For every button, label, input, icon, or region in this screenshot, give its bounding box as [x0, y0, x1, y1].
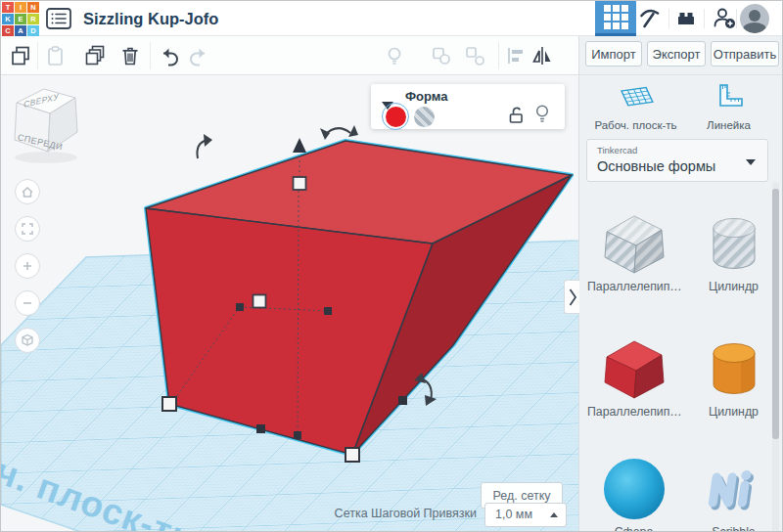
user-avatar[interactable]	[740, 4, 769, 33]
striped-box-icon	[597, 204, 671, 279]
chevron-right-icon	[568, 287, 577, 308]
invite-person-icon[interactable]	[712, 5, 738, 31]
edge-scale-handle	[398, 396, 407, 405]
sidebar-collapse-handle[interactable]	[564, 280, 579, 314]
ruler-tool[interactable]: Линейка	[682, 81, 775, 131]
header-separator	[704, 9, 705, 28]
export-button[interactable]: Экспорт	[647, 41, 706, 66]
logo-cell: I	[15, 2, 26, 13]
library-brand: Tinkercad	[597, 145, 637, 155]
blue-sphere-icon	[597, 450, 671, 524]
shape-label: Цилиндр	[687, 405, 780, 419]
tinkercad-window: T I N K E R C A D Sizzling Kup-Jofo	[0, 0, 783, 532]
ruler-tool-icon	[713, 81, 746, 112]
lego-brick-icon[interactable]	[674, 6, 698, 31]
color-swatch-selected[interactable]	[382, 103, 409, 130]
grid-icon	[604, 5, 628, 29]
fit-view-icon	[20, 221, 35, 237]
home-view-button[interactable]	[15, 179, 40, 204]
header-separator	[736, 9, 737, 28]
main-toolbar	[1, 36, 578, 75]
active-tab-indicator	[595, 33, 636, 36]
logo-cell: R	[27, 14, 39, 24]
panel-title: Форма	[405, 89, 447, 104]
scribble-icon	[697, 450, 771, 524]
group-icon-disabled[interactable]	[430, 44, 453, 67]
logo-cell: D	[27, 25, 39, 36]
toolbar-separator	[37, 42, 38, 69]
scale-z-handle	[294, 177, 306, 190]
minus-icon	[20, 295, 35, 311]
undo-icon[interactable]	[156, 44, 179, 67]
paste-icon-disabled[interactable]	[43, 44, 67, 67]
logo-cell: E	[15, 14, 26, 24]
scrollbar-thumb[interactable]	[772, 189, 779, 439]
library-selected: Основные формы	[597, 158, 715, 174]
redo-icon-disabled[interactable]	[189, 44, 212, 67]
caret-up-icon	[550, 512, 558, 517]
zoom-in-button[interactable]	[15, 253, 40, 279]
perspective-toggle-button[interactable]	[15, 328, 40, 353]
shape-tile-box-hole[interactable]: Параллелепип…	[587, 204, 680, 306]
ungroup-icon-disabled[interactable]	[463, 44, 486, 67]
send-button[interactable]: Отправить	[711, 41, 779, 66]
shape-label: Цилиндр	[687, 280, 780, 293]
shape-tile-sphere[interactable]: Сфера	[587, 450, 680, 532]
red-box-icon	[597, 330, 671, 404]
unlock-icon[interactable]	[508, 106, 525, 125]
mirror-flip-icon[interactable]	[530, 44, 554, 67]
dashboard-grid-button[interactable]	[595, 1, 636, 33]
shape-library-select[interactable]: Tinkercad Основные формы	[586, 139, 768, 182]
show-all-bulb-icon-disabled[interactable]	[383, 44, 406, 67]
shape-tile-cylinder[interactable]: Цилиндр	[687, 330, 780, 431]
corner-scale-handle	[162, 397, 176, 411]
snap-grid-label: Сетка Шаговой Привязки	[324, 507, 477, 520]
toolbar-separator	[150, 42, 151, 69]
edge-scale-handle	[256, 424, 265, 433]
delete-trash-icon[interactable]	[118, 44, 142, 67]
zoom-out-button[interactable]	[15, 290, 40, 316]
3d-viewport[interactable]: ч. плоск-ть СВЕРХУ СПЕРЕДИ	[1, 75, 578, 532]
align-icon-disabled[interactable]	[504, 44, 528, 67]
transparent-swatch[interactable]	[414, 107, 435, 127]
shape-label: Scribble	[687, 525, 780, 532]
right-sidebar: Импорт Экспорт Отправить Рабоч. плоск-ть…	[578, 36, 783, 532]
tinkercad-logo[interactable]: T I N K E R C A D	[1, 1, 38, 36]
avatar-silhouette	[749, 10, 760, 22]
logo-cell: T	[2, 2, 14, 13]
workplane-tool[interactable]: Рабоч. плоск-ть	[589, 81, 682, 131]
shape-tile-cylinder-hole[interactable]: Цилиндр	[687, 204, 780, 306]
hide-bulb-icon[interactable]	[534, 104, 550, 126]
ruler-tool-label: Линейка	[682, 119, 775, 131]
sidebar-scrollbar[interactable]	[772, 182, 779, 532]
mid-handle	[253, 295, 266, 308]
minecraft-pickaxe-icon[interactable]	[637, 6, 661, 31]
snap-grid-select[interactable]: 1,0 мм	[484, 503, 567, 527]
orange-cylinder-icon	[697, 330, 771, 404]
scene-svg[interactable]: ч. плоск-ть СВЕРХУ СПЕРЕДИ	[1, 75, 578, 532]
toolbar-separator	[498, 42, 499, 69]
ortho-cube-icon	[20, 332, 35, 348]
snap-grid-value: 1,0 мм	[495, 508, 532, 521]
logo-cell: A	[15, 25, 26, 36]
shape-label: Параллелепип…	[587, 280, 680, 293]
io-actions: Импорт Экспорт Отправить	[579, 36, 783, 75]
import-button[interactable]: Импорт	[585, 41, 642, 66]
logo-cell: C	[2, 25, 14, 36]
plus-icon	[20, 258, 35, 274]
project-menu-icon[interactable]	[46, 8, 71, 29]
shape-tile-box[interactable]: Параллелепип…	[587, 330, 680, 431]
shape-label: Параллелепип…	[587, 405, 680, 419]
logo-cell: N	[27, 2, 39, 13]
shape-inspector-panel: Форма	[371, 84, 565, 129]
header-bar: T I N K E R C A D Sizzling Kup-Jofo	[1, 1, 783, 36]
home-icon	[20, 184, 35, 200]
fit-view-button[interactable]	[15, 216, 40, 242]
corner-scale-handle	[345, 448, 359, 462]
shape-tile-scribble[interactable]: Scribble	[687, 450, 780, 532]
duplicate-icon[interactable]	[83, 44, 107, 67]
workplane-tool-label: Рабоч. плоск-ть	[589, 119, 682, 131]
copy-icon[interactable]	[9, 44, 32, 67]
solid-color-swatch	[386, 107, 406, 127]
document-title[interactable]: Sizzling Kup-Jofo	[83, 1, 218, 36]
